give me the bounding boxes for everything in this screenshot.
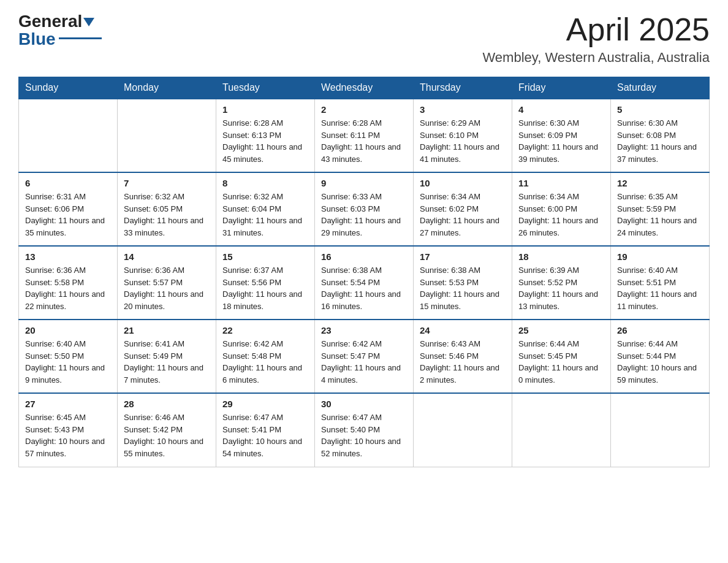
location-text: Wembley, Western Australia, Australia bbox=[483, 50, 710, 66]
day-info: Sunrise: 6:29 AM Sunset: 6:10 PM Dayligh… bbox=[420, 117, 506, 165]
day-number: 1 bbox=[222, 104, 308, 115]
calendar-cell: 28Sunrise: 6:46 AM Sunset: 5:42 PM Dayli… bbox=[118, 393, 216, 467]
calendar-cell: 22Sunrise: 6:42 AM Sunset: 5:48 PM Dayli… bbox=[216, 320, 315, 393]
day-number: 18 bbox=[518, 251, 604, 262]
day-number: 2 bbox=[321, 104, 407, 115]
calendar-cell: 18Sunrise: 6:39 AM Sunset: 5:52 PM Dayli… bbox=[512, 246, 611, 320]
calendar-cell: 27Sunrise: 6:45 AM Sunset: 5:43 PM Dayli… bbox=[19, 393, 118, 467]
day-info: Sunrise: 6:41 AM Sunset: 5:49 PM Dayligh… bbox=[124, 338, 210, 386]
calendar-week-row: 1Sunrise: 6:28 AM Sunset: 6:13 PM Daylig… bbox=[19, 99, 710, 172]
day-info: Sunrise: 6:28 AM Sunset: 6:13 PM Dayligh… bbox=[222, 117, 308, 165]
day-info: Sunrise: 6:46 AM Sunset: 5:42 PM Dayligh… bbox=[124, 412, 210, 459]
day-number: 21 bbox=[124, 325, 210, 335]
day-number: 17 bbox=[420, 251, 506, 262]
day-info: Sunrise: 6:44 AM Sunset: 5:44 PM Dayligh… bbox=[617, 338, 703, 386]
calendar-cell: 15Sunrise: 6:37 AM Sunset: 5:56 PM Dayli… bbox=[216, 246, 315, 320]
day-number: 20 bbox=[25, 325, 111, 335]
day-number: 14 bbox=[124, 251, 210, 262]
day-number: 28 bbox=[124, 399, 210, 409]
day-number: 25 bbox=[518, 325, 604, 335]
day-info: Sunrise: 6:42 AM Sunset: 5:48 PM Dayligh… bbox=[222, 338, 308, 386]
day-info: Sunrise: 6:38 AM Sunset: 5:54 PM Dayligh… bbox=[321, 264, 407, 312]
day-number: 11 bbox=[518, 178, 604, 188]
calendar-cell: 17Sunrise: 6:38 AM Sunset: 5:53 PM Dayli… bbox=[414, 246, 512, 320]
day-info: Sunrise: 6:40 AM Sunset: 5:50 PM Dayligh… bbox=[25, 338, 111, 386]
calendar-header-row: Sunday Monday Tuesday Wednesday Thursday… bbox=[19, 77, 710, 99]
day-info: Sunrise: 6:35 AM Sunset: 5:59 PM Dayligh… bbox=[617, 191, 703, 239]
day-number: 10 bbox=[420, 178, 506, 188]
calendar-cell bbox=[414, 393, 512, 467]
calendar-cell: 1Sunrise: 6:28 AM Sunset: 6:13 PM Daylig… bbox=[216, 99, 315, 172]
day-number: 5 bbox=[617, 104, 703, 115]
day-info: Sunrise: 6:28 AM Sunset: 6:11 PM Dayligh… bbox=[321, 117, 407, 165]
calendar-cell: 14Sunrise: 6:36 AM Sunset: 5:57 PM Dayli… bbox=[118, 246, 216, 320]
day-info: Sunrise: 6:39 AM Sunset: 5:52 PM Dayligh… bbox=[518, 264, 604, 312]
day-info: Sunrise: 6:32 AM Sunset: 6:05 PM Dayligh… bbox=[124, 191, 210, 239]
calendar-cell: 12Sunrise: 6:35 AM Sunset: 5:59 PM Dayli… bbox=[611, 172, 710, 246]
calendar-week-row: 27Sunrise: 6:45 AM Sunset: 5:43 PM Dayli… bbox=[19, 393, 710, 467]
day-info: Sunrise: 6:30 AM Sunset: 6:09 PM Dayligh… bbox=[518, 117, 604, 165]
day-number: 16 bbox=[321, 251, 407, 262]
calendar-cell: 8Sunrise: 6:32 AM Sunset: 6:04 PM Daylig… bbox=[216, 172, 315, 246]
day-info: Sunrise: 6:47 AM Sunset: 5:41 PM Dayligh… bbox=[222, 412, 308, 459]
calendar-week-row: 13Sunrise: 6:36 AM Sunset: 5:58 PM Dayli… bbox=[19, 246, 710, 320]
calendar-cell: 7Sunrise: 6:32 AM Sunset: 6:05 PM Daylig… bbox=[118, 172, 216, 246]
title-block: April 2025 Wembley, Western Australia, A… bbox=[483, 12, 710, 66]
day-number: 29 bbox=[222, 399, 308, 409]
day-info: Sunrise: 6:38 AM Sunset: 5:53 PM Dayligh… bbox=[420, 264, 506, 312]
day-number: 12 bbox=[617, 178, 703, 188]
day-number: 19 bbox=[617, 251, 703, 262]
col-saturday: Saturday bbox=[611, 77, 710, 99]
calendar-cell: 4Sunrise: 6:30 AM Sunset: 6:09 PM Daylig… bbox=[512, 99, 611, 172]
calendar-cell: 19Sunrise: 6:40 AM Sunset: 5:51 PM Dayli… bbox=[611, 246, 710, 320]
calendar-cell: 13Sunrise: 6:36 AM Sunset: 5:58 PM Dayli… bbox=[19, 246, 118, 320]
calendar-cell: 6Sunrise: 6:31 AM Sunset: 6:06 PM Daylig… bbox=[19, 172, 118, 246]
day-info: Sunrise: 6:45 AM Sunset: 5:43 PM Dayligh… bbox=[25, 412, 111, 459]
day-number: 30 bbox=[321, 399, 407, 409]
day-number: 7 bbox=[124, 178, 210, 188]
calendar-cell bbox=[611, 393, 710, 467]
day-info: Sunrise: 6:40 AM Sunset: 5:51 PM Dayligh… bbox=[617, 264, 703, 312]
day-number: 13 bbox=[25, 251, 111, 262]
calendar-table: Sunday Monday Tuesday Wednesday Thursday… bbox=[18, 77, 710, 467]
day-number: 4 bbox=[518, 104, 604, 115]
day-number: 6 bbox=[25, 178, 111, 188]
calendar-cell bbox=[512, 393, 611, 467]
logo: General Blue bbox=[18, 12, 102, 49]
day-info: Sunrise: 6:34 AM Sunset: 6:00 PM Dayligh… bbox=[518, 191, 604, 239]
day-info: Sunrise: 6:31 AM Sunset: 6:06 PM Dayligh… bbox=[25, 191, 111, 239]
day-info: Sunrise: 6:36 AM Sunset: 5:58 PM Dayligh… bbox=[25, 264, 111, 312]
calendar-cell: 10Sunrise: 6:34 AM Sunset: 6:02 PM Dayli… bbox=[414, 172, 512, 246]
col-tuesday: Tuesday bbox=[216, 77, 315, 99]
day-number: 27 bbox=[25, 399, 111, 409]
calendar-week-row: 20Sunrise: 6:40 AM Sunset: 5:50 PM Dayli… bbox=[19, 320, 710, 393]
day-info: Sunrise: 6:30 AM Sunset: 6:08 PM Dayligh… bbox=[617, 117, 703, 165]
day-number: 9 bbox=[321, 178, 407, 188]
day-number: 23 bbox=[321, 325, 407, 335]
calendar-cell bbox=[118, 99, 216, 172]
day-number: 26 bbox=[617, 325, 703, 335]
calendar-cell: 3Sunrise: 6:29 AM Sunset: 6:10 PM Daylig… bbox=[414, 99, 512, 172]
day-number: 24 bbox=[420, 325, 506, 335]
col-wednesday: Wednesday bbox=[315, 77, 414, 99]
col-thursday: Thursday bbox=[414, 77, 512, 99]
calendar-cell: 16Sunrise: 6:38 AM Sunset: 5:54 PM Dayli… bbox=[315, 246, 414, 320]
day-info: Sunrise: 6:43 AM Sunset: 5:46 PM Dayligh… bbox=[420, 338, 506, 386]
calendar-cell: 11Sunrise: 6:34 AM Sunset: 6:00 PM Dayli… bbox=[512, 172, 611, 246]
day-info: Sunrise: 6:37 AM Sunset: 5:56 PM Dayligh… bbox=[222, 264, 308, 312]
day-info: Sunrise: 6:36 AM Sunset: 5:57 PM Dayligh… bbox=[124, 264, 210, 312]
calendar-cell bbox=[19, 99, 118, 172]
day-info: Sunrise: 6:34 AM Sunset: 6:02 PM Dayligh… bbox=[420, 191, 506, 239]
day-info: Sunrise: 6:44 AM Sunset: 5:45 PM Dayligh… bbox=[518, 338, 604, 386]
calendar-cell: 21Sunrise: 6:41 AM Sunset: 5:49 PM Dayli… bbox=[118, 320, 216, 393]
calendar-cell: 24Sunrise: 6:43 AM Sunset: 5:46 PM Dayli… bbox=[414, 320, 512, 393]
day-number: 22 bbox=[222, 325, 308, 335]
calendar-cell: 23Sunrise: 6:42 AM Sunset: 5:47 PM Dayli… bbox=[315, 320, 414, 393]
calendar-cell: 30Sunrise: 6:47 AM Sunset: 5:40 PM Dayli… bbox=[315, 393, 414, 467]
calendar-cell: 5Sunrise: 6:30 AM Sunset: 6:08 PM Daylig… bbox=[611, 99, 710, 172]
calendar-week-row: 6Sunrise: 6:31 AM Sunset: 6:06 PM Daylig… bbox=[19, 172, 710, 246]
day-info: Sunrise: 6:32 AM Sunset: 6:04 PM Dayligh… bbox=[222, 191, 308, 239]
page-header: General Blue April 2025 Wembley, Western… bbox=[18, 12, 710, 66]
calendar-cell: 20Sunrise: 6:40 AM Sunset: 5:50 PM Dayli… bbox=[19, 320, 118, 393]
col-sunday: Sunday bbox=[19, 77, 118, 99]
